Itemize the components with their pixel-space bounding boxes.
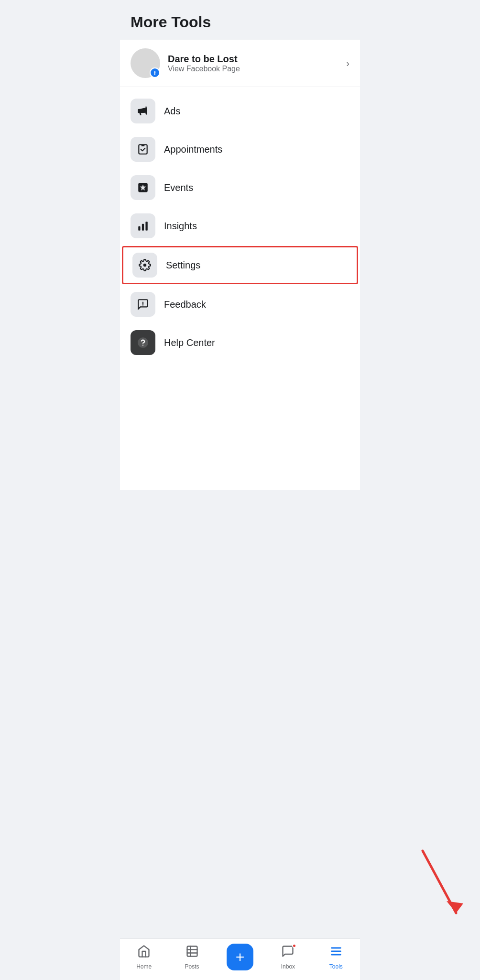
chevron-right-icon: › (346, 58, 349, 69)
appointments-label: Appointments (164, 144, 222, 155)
insights-icon-box (131, 213, 155, 238)
settings-icon-box (132, 253, 157, 278)
star-square-icon (137, 181, 149, 194)
menu-item-help-center[interactable]: Help Center (120, 323, 360, 362)
clipboard-check-icon (137, 143, 149, 156)
svg-point-7 (142, 305, 143, 306)
avatar-wrapper: f (131, 48, 160, 78)
svg-point-9 (142, 345, 143, 345)
profile-section[interactable]: f Dare to be Lost View Facebook Page › (120, 40, 360, 87)
appointments-icon-box (131, 137, 155, 162)
menu-item-settings[interactable]: Settings (122, 246, 358, 284)
feedback-icon-box (131, 292, 155, 317)
ads-label: Ads (164, 106, 180, 117)
menu-item-appointments[interactable]: Appointments (120, 130, 360, 168)
profile-subtitle: View Facebook Page (168, 65, 342, 73)
insights-label: Insights (164, 221, 197, 232)
svg-rect-3 (138, 226, 140, 231)
svg-rect-5 (145, 222, 147, 230)
help-center-icon-box (131, 330, 155, 355)
menu-item-feedback[interactable]: Feedback (120, 285, 360, 323)
menu-list: Ads Appointments Events (120, 87, 360, 367)
help-center-label: Help Center (164, 337, 215, 348)
bar-chart-icon (137, 220, 149, 232)
menu-item-events[interactable]: Events (120, 168, 360, 207)
profile-info: Dare to be Lost View Facebook Page (168, 54, 342, 73)
menu-item-insights[interactable]: Insights (120, 207, 360, 245)
page-wrapper: More Tools f Dare to be Lost View Facebo… (120, 0, 360, 490)
menu-item-ads[interactable]: Ads (120, 92, 360, 130)
ads-icon-box (131, 99, 155, 123)
profile-name: Dare to be Lost (168, 54, 342, 65)
svg-rect-4 (142, 224, 144, 231)
facebook-badge-letter: f (154, 70, 156, 76)
bottom-spacer (120, 367, 360, 414)
exclamation-bubble-icon (137, 298, 149, 311)
facebook-badge: f (150, 67, 160, 78)
page-header: More Tools (120, 0, 360, 40)
gear-icon (139, 259, 151, 271)
events-icon-box (131, 175, 155, 200)
feedback-label: Feedback (164, 299, 206, 310)
events-label: Events (164, 182, 193, 193)
settings-label: Settings (166, 260, 200, 271)
page-title: More Tools (131, 13, 349, 31)
megaphone-icon (137, 105, 149, 117)
question-circle-icon (137, 336, 149, 349)
